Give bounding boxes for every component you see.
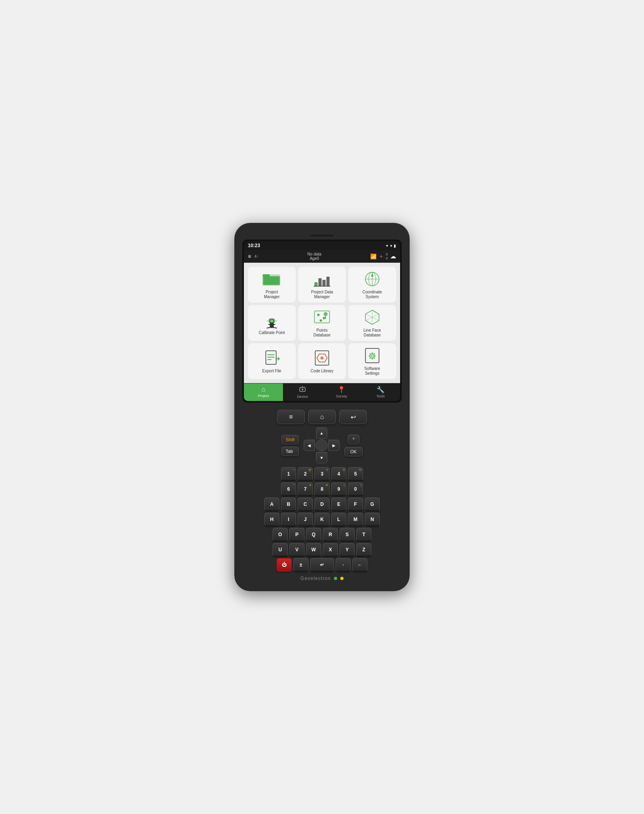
key-0[interactable]: 0) <box>348 482 363 496</box>
app-label-points-database: PointsDatabase <box>314 328 331 338</box>
backspace-key[interactable]: ← <box>352 558 367 572</box>
dot-key[interactable]: · <box>336 558 351 572</box>
key-U[interactable]: U <box>273 543 288 556</box>
dpad-right-button[interactable]: ▶ <box>328 440 340 451</box>
nav-item-tools[interactable]: 🔧 Tools <box>361 383 400 401</box>
app-label-export-file: Export File <box>262 369 281 374</box>
app-item-coordinate-system[interactable]: CoordinateSystem <box>348 267 396 303</box>
nav-label-survey: Survey <box>336 394 347 398</box>
key-I[interactable]: I <box>281 513 296 526</box>
nav-home-icon: ⌂ <box>261 386 265 393</box>
svg-line-46 <box>370 354 371 354</box>
key-N[interactable]: N <box>365 513 380 526</box>
key-F[interactable]: F <box>348 497 363 511</box>
key-K[interactable]: K <box>314 513 330 526</box>
nav-label-device: Device <box>297 395 308 399</box>
nav-item-device[interactable]: Device <box>283 383 322 401</box>
key-S[interactable]: S <box>340 528 355 541</box>
app-item-software-settings[interactable]: SoftwareSettings <box>348 343 396 379</box>
hw-home-button[interactable]: ⌂ <box>308 410 336 424</box>
export-file-icon <box>263 349 281 367</box>
header-center: No data Age0 <box>307 252 321 261</box>
nav-item-project[interactable]: ⌂ Project <box>244 383 283 401</box>
dpad-center[interactable] <box>316 439 328 451</box>
project-data-manager-icon <box>313 270 331 288</box>
app-label-project-data-manager: Project DataManager <box>311 290 333 299</box>
dpad-down-button[interactable]: ▼ <box>316 452 327 463</box>
dpad-up-button[interactable]: ▲ <box>316 427 327 438</box>
app-item-points-database[interactable]: PointsDatabase <box>298 305 346 341</box>
led-yellow <box>340 577 344 580</box>
app-item-project-data-manager[interactable]: Project DataManager <box>298 267 346 303</box>
brand-label: Geoelectron <box>242 576 402 581</box>
app-item-line-face-database[interactable]: Line FaceDatabase <box>348 305 396 341</box>
fn-key[interactable]: ⁰ <box>348 435 359 444</box>
key-L[interactable]: L <box>331 513 346 526</box>
plus-minus-key[interactable]: ± <box>293 558 308 572</box>
key-X[interactable]: X <box>323 543 338 556</box>
key-2[interactable]: 2@ <box>298 467 313 481</box>
key-A[interactable]: A <box>264 497 279 511</box>
svg-point-38 <box>320 356 324 360</box>
svg-rect-6 <box>322 280 326 286</box>
app-label-line-face-database: Line FaceDatabase <box>363 328 381 338</box>
svg-line-48 <box>374 354 375 354</box>
tab-key[interactable]: Tab <box>281 446 299 456</box>
nav-tools-icon: 🔧 <box>377 386 385 393</box>
key-9[interactable]: 9( <box>331 482 346 496</box>
number-row-1: 1! 2@ 3# 4$ 5% <box>246 467 398 481</box>
app-header-left: ≡ 4↑ <box>248 253 259 260</box>
key-P[interactable]: P <box>289 528 304 541</box>
key-O[interactable]: O <box>273 528 288 541</box>
app-item-export-file[interactable]: Export File <box>248 343 296 379</box>
hw-back-button[interactable]: ↩ <box>339 410 367 424</box>
key-C[interactable]: C <box>298 497 313 511</box>
key-Z[interactable]: Z <box>356 543 371 556</box>
enter-key[interactable]: ↵ <box>310 558 334 572</box>
key-B[interactable]: B <box>281 497 296 511</box>
ok-key[interactable]: OK <box>344 447 363 456</box>
svg-point-41 <box>371 355 373 357</box>
key-E[interactable]: E <box>331 497 346 511</box>
hw-home-icon: ⌂ <box>320 413 324 421</box>
key-Y[interactable]: Y <box>340 543 355 556</box>
key-4[interactable]: 4$ <box>331 467 346 481</box>
no-data-label: No data <box>307 252 321 256</box>
key-5[interactable]: 5% <box>348 467 363 481</box>
key-7[interactable]: 7& <box>298 482 313 496</box>
cloud-icon[interactable]: ☁ <box>390 253 396 260</box>
hw-menu-button[interactable]: ≡ <box>277 410 305 424</box>
key-J[interactable]: J <box>298 513 313 526</box>
shift-key[interactable]: Shift <box>281 435 299 444</box>
key-8[interactable]: 8★ <box>314 482 330 496</box>
code-library-icon <box>313 349 331 367</box>
coordinate-system-icon <box>363 270 381 288</box>
key-D[interactable]: D <box>314 497 330 511</box>
bottom-nav: ⌂ Project Device 📍 Survey <box>244 383 400 401</box>
screen-bezel: 10:23 ✦ ▾ ▮ ≡ 4↑ No data Age0 <box>242 240 402 403</box>
nav-label-tools: Tools <box>376 394 385 398</box>
app-header: ≡ 4↑ No data Age0 📶 ✦ 0 0 ☁ <box>244 250 400 263</box>
key-6[interactable]: 6^ <box>281 482 296 496</box>
key-R[interactable]: R <box>323 528 338 541</box>
key-1[interactable]: 1! <box>281 467 296 481</box>
key-W[interactable]: W <box>306 543 321 556</box>
special-row: ⏻ ± ↵ · ← <box>246 558 398 572</box>
key-3[interactable]: 3# <box>314 467 330 481</box>
app-item-code-library[interactable]: Code Library <box>298 343 346 379</box>
svg-point-24 <box>317 314 320 316</box>
handheld-device: 10:23 ✦ ▾ ▮ ≡ 4↑ No data Age0 <box>234 223 410 591</box>
power-key[interactable]: ⏻ <box>277 558 292 572</box>
calibrate-point-icon <box>263 311 281 329</box>
key-M[interactable]: M <box>348 513 363 526</box>
key-H[interactable]: H <box>264 513 279 526</box>
app-item-project-manager[interactable]: ProjectManager <box>248 267 296 303</box>
dpad-left-button[interactable]: ◀ <box>304 440 315 451</box>
menu-icon[interactable]: ≡ <box>248 253 251 260</box>
app-item-calibrate-point[interactable]: Calibrate Point <box>248 305 296 341</box>
nav-item-survey[interactable]: 📍 Survey <box>322 383 361 401</box>
key-Q[interactable]: Q <box>306 528 321 541</box>
key-G[interactable]: G <box>365 497 380 511</box>
key-V[interactable]: V <box>289 543 304 556</box>
key-T[interactable]: T <box>356 528 371 541</box>
